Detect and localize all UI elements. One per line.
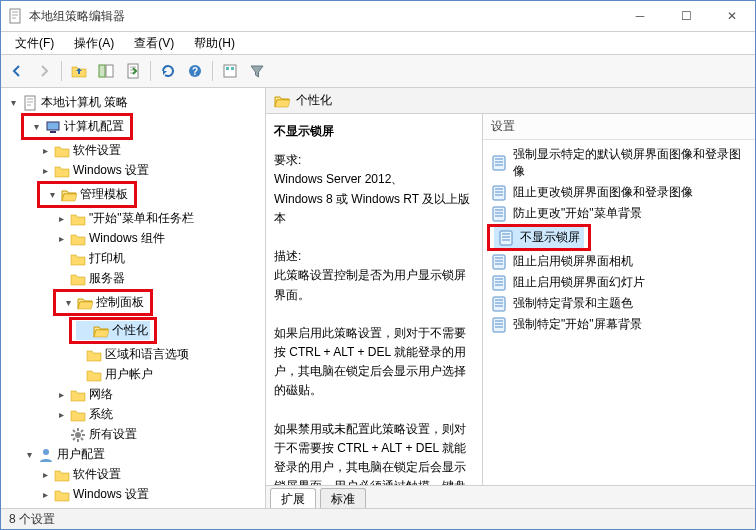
tree-personalization[interactable]: 个性化 xyxy=(76,321,150,340)
folder-open-icon xyxy=(93,323,109,339)
policy-icon xyxy=(491,317,507,333)
tree-win-components[interactable]: ▸Windows 组件 xyxy=(53,229,263,248)
close-button[interactable]: ✕ xyxy=(709,1,755,31)
tree-pane[interactable]: ▾ 本地计算机 策略 ▾ 计算机配置 xyxy=(1,88,266,508)
tree-software-settings[interactable]: ▸软件设置 xyxy=(37,141,263,160)
menu-action[interactable]: 操作(A) xyxy=(64,33,124,54)
tree-network[interactable]: ▸网络 xyxy=(53,385,263,404)
description-column: 不显示锁屏 要求: Windows Server 2012、 Windows 8… xyxy=(266,114,483,485)
up-level-button[interactable] xyxy=(67,59,91,83)
expander-icon[interactable]: ▸ xyxy=(39,165,51,177)
tree-user-config[interactable]: ▾用户配置 xyxy=(21,445,263,464)
expander-icon[interactable]: ▸ xyxy=(39,145,51,157)
properties-button[interactable] xyxy=(218,59,242,83)
menubar: 文件(F) 操作(A) 查看(V) 帮助(H) xyxy=(1,32,755,55)
filter-button[interactable] xyxy=(245,59,269,83)
tree-windows-settings[interactable]: ▸Windows 设置 xyxy=(37,161,263,180)
help-button[interactable]: ? xyxy=(183,59,207,83)
tree-label: 所有设置 xyxy=(89,426,137,443)
expander-icon[interactable]: ▸ xyxy=(55,409,67,421)
folder-icon xyxy=(86,347,102,363)
tree-server[interactable]: 服务器 xyxy=(53,269,263,288)
setting-item[interactable]: 强制特定背景和主题色 xyxy=(487,293,751,314)
view-tabs: 扩展 标准 xyxy=(266,485,755,508)
tree-computer-config[interactable]: ▾ 计算机配置 xyxy=(28,117,126,136)
refresh-button[interactable] xyxy=(156,59,180,83)
tree-user-software[interactable]: ▸软件设置 xyxy=(37,465,263,484)
requirements-text: Windows 8 或 Windows RT 及以上版本 xyxy=(274,190,474,228)
setting-item[interactable]: 阻止更改锁屏界面图像和登录图像 xyxy=(487,182,751,203)
menu-help[interactable]: 帮助(H) xyxy=(184,33,245,54)
tree-label: 个性化 xyxy=(112,322,148,339)
tree-admin-templates[interactable]: ▾管理模板 xyxy=(44,185,130,204)
expander-icon[interactable]: ▸ xyxy=(39,469,51,481)
tab-extended[interactable]: 扩展 xyxy=(270,488,316,508)
show-hide-tree-button[interactable] xyxy=(94,59,118,83)
export-list-button[interactable] xyxy=(121,59,145,83)
user-icon xyxy=(38,447,54,463)
tree-label: 用户帐户 xyxy=(105,366,153,383)
back-button[interactable] xyxy=(5,59,29,83)
policy-icon xyxy=(491,155,507,171)
folder-icon xyxy=(70,387,86,403)
tree-label: 网络 xyxy=(89,386,113,403)
policy-icon xyxy=(491,206,507,222)
tree-region-lang[interactable]: 区域和语言选项 xyxy=(69,345,263,364)
expander-icon[interactable]: ▾ xyxy=(46,189,58,201)
path-title: 个性化 xyxy=(296,92,332,109)
expander-icon[interactable]: ▾ xyxy=(30,121,42,133)
toolbar-separator xyxy=(61,61,62,81)
setting-label: 强制特定背景和主题色 xyxy=(513,295,633,312)
tree-label: 软件设置 xyxy=(73,142,121,159)
setting-label: 阻止启用锁屏界面幻灯片 xyxy=(513,274,645,291)
list-header-setting[interactable]: 设置 xyxy=(483,114,755,140)
minimize-button[interactable]: ─ xyxy=(617,1,663,31)
expander-icon[interactable]: ▾ xyxy=(23,449,35,461)
settings-list[interactable]: 强制显示特定的默认锁屏界面图像和登录图像 阻止更改锁屏界面图像和登录图像 防止更… xyxy=(483,140,755,485)
expander-icon[interactable]: ▸ xyxy=(55,389,67,401)
tree-printers[interactable]: 打印机 xyxy=(53,249,263,268)
expander-icon[interactable]: ▾ xyxy=(62,297,74,309)
svg-rect-15 xyxy=(231,67,234,70)
folder-icon xyxy=(54,467,70,483)
gear-icon xyxy=(70,427,86,443)
expander-icon[interactable]: ▸ xyxy=(55,213,67,225)
tree-label: 软件设置 xyxy=(73,466,121,483)
tree-label: 控制面板 xyxy=(96,294,144,311)
tab-standard[interactable]: 标准 xyxy=(320,488,366,508)
description-label: 描述: xyxy=(274,247,474,266)
tree-all-settings[interactable]: 所有设置 xyxy=(53,425,263,444)
setting-item-selected[interactable]: 不显示锁屏 xyxy=(494,227,584,248)
folder-icon xyxy=(86,367,102,383)
setting-item[interactable]: 强制特定"开始"屏幕背景 xyxy=(487,314,751,335)
menu-file[interactable]: 文件(F) xyxy=(5,33,64,54)
tree-user-windows[interactable]: ▸Windows 设置 xyxy=(37,485,263,504)
tree-system[interactable]: ▸系统 xyxy=(53,405,263,424)
setting-item[interactable]: 强制显示特定的默认锁屏界面图像和登录图像 xyxy=(487,144,751,182)
expander-icon[interactable]: ▸ xyxy=(55,233,67,245)
highlight-personalization: 个性化 xyxy=(69,317,157,344)
highlight-admin-templates: ▾管理模板 xyxy=(37,181,137,208)
setting-item[interactable]: 阻止启用锁屏界面相机 xyxy=(487,251,751,272)
setting-label: 强制特定"开始"屏幕背景 xyxy=(513,316,642,333)
policy-icon xyxy=(491,185,507,201)
expander-icon[interactable]: ▸ xyxy=(39,489,51,501)
folder-icon xyxy=(54,163,70,179)
menu-view[interactable]: 查看(V) xyxy=(124,33,184,54)
tree-start-taskbar[interactable]: ▸"开始"菜单和任务栏 xyxy=(53,209,263,228)
selected-setting-name: 不显示锁屏 xyxy=(274,122,474,141)
forward-button[interactable] xyxy=(32,59,56,83)
highlight-control-panel: ▾控制面板 xyxy=(53,289,153,316)
maximize-button[interactable]: ☐ xyxy=(663,1,709,31)
highlight-computer-config: ▾ 计算机配置 xyxy=(21,113,133,140)
svg-rect-14 xyxy=(226,67,229,70)
tree-control-panel[interactable]: ▾控制面板 xyxy=(60,293,146,312)
setting-item[interactable]: 阻止启用锁屏界面幻灯片 xyxy=(487,272,751,293)
tree-label: 用户配置 xyxy=(57,446,105,463)
details-columns: 不显示锁屏 要求: Windows Server 2012、 Windows 8… xyxy=(266,114,755,485)
setting-item[interactable]: 防止更改"开始"菜单背景 xyxy=(487,203,751,224)
tree-user-accounts[interactable]: 用户帐户 xyxy=(69,365,263,384)
tree-root[interactable]: ▾ 本地计算机 策略 xyxy=(5,93,263,112)
expander-icon[interactable]: ▾ xyxy=(7,97,19,109)
computer-icon xyxy=(45,119,61,135)
